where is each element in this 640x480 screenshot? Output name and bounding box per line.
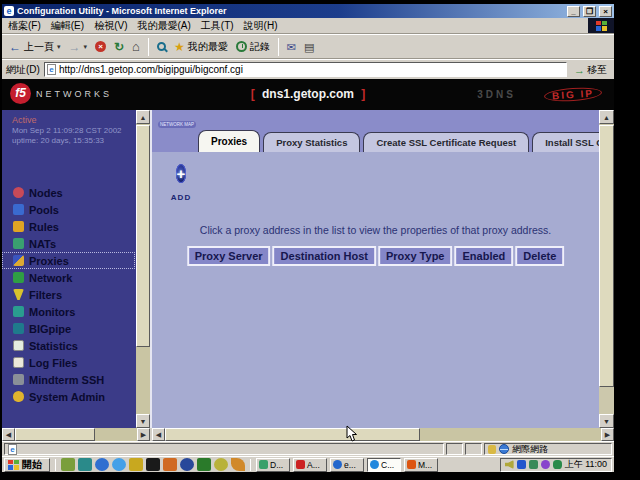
quick-launch-icon-2[interactable] xyxy=(78,458,92,471)
sidebar-item-system-admin[interactable]: System Admin xyxy=(2,388,135,405)
tab-install-ssl-certificate[interactable]: Install SSL Certifi xyxy=(532,132,599,152)
pools-icon xyxy=(13,204,24,215)
network-map-button[interactable]: NETWORK MAP xyxy=(158,112,196,130)
sidebar-horizontal-scrollbar[interactable]: ◀ ▶ xyxy=(2,428,150,441)
forward-dropdown-icon[interactable]: ▾ xyxy=(84,43,88,51)
sidebar-item-rules[interactable]: Rules xyxy=(2,218,135,235)
sidebar-item-nats[interactable]: NATs xyxy=(2,235,135,252)
tab-create-ssl-certificate-request[interactable]: Create SSL Certificate Request xyxy=(363,132,529,152)
display-icon[interactable] xyxy=(529,460,538,469)
scroll-down-icon[interactable]: ▼ xyxy=(136,414,150,428)
sidebar-item-mindterm-ssh[interactable]: Mindterm SSH xyxy=(2,371,135,388)
tray-app-icon-2[interactable] xyxy=(553,460,562,469)
task-button-1[interactable]: D... xyxy=(256,458,290,472)
quick-launch-icon-8[interactable] xyxy=(180,458,194,471)
search-button[interactable] xyxy=(154,41,169,52)
add-icon[interactable]: + xyxy=(176,164,187,183)
quick-launch-icon-4[interactable] xyxy=(112,458,126,471)
mail-button[interactable]: ✉ xyxy=(284,40,299,54)
menu-file[interactable]: 檔案(F) xyxy=(8,19,41,33)
sidebar-vertical-scrollbar[interactable]: ▲ ▼ xyxy=(136,110,150,428)
quick-launch-icon-11[interactable] xyxy=(231,458,245,471)
quick-launch-icon-9[interactable] xyxy=(197,458,211,471)
home-icon: ⌂ xyxy=(132,41,140,53)
scrollbar-thumb[interactable] xyxy=(165,428,420,441)
refresh-icon: ↻ xyxy=(114,41,124,53)
main-horizontal-scrollbar[interactable]: ◀ ▶ xyxy=(152,428,614,441)
close-button[interactable]: × xyxy=(599,6,612,17)
forward-button[interactable]: → ▾ xyxy=(66,40,91,54)
sidebar-item-filters[interactable]: Filters xyxy=(2,286,135,303)
document-icon: e xyxy=(8,444,17,455)
product-bigip[interactable]: BIG IP xyxy=(544,86,603,103)
tab-proxies[interactable]: Proxies xyxy=(198,130,260,152)
quick-launch-icon-1[interactable] xyxy=(61,458,75,471)
sidebar-item-monitors[interactable]: Monitors xyxy=(2,303,135,320)
quick-launch-icon-3[interactable] xyxy=(95,458,109,471)
url-input[interactable] xyxy=(59,64,564,75)
task-button-3[interactable]: e... xyxy=(330,458,364,472)
favorites-button[interactable]: ★ 我的最愛 xyxy=(171,39,231,55)
window-titlebar[interactable]: e Configuration Utility - Microsoft Inte… xyxy=(2,4,614,18)
menu-help[interactable]: 說明(H) xyxy=(244,19,278,33)
scroll-left-icon[interactable]: ◀ xyxy=(152,428,165,441)
scroll-right-icon[interactable]: ▶ xyxy=(601,428,614,441)
scrollbar-thumb[interactable] xyxy=(599,125,614,387)
input-method-icon[interactable] xyxy=(517,460,526,469)
scroll-down-icon[interactable]: ▼ xyxy=(599,414,614,428)
status-zone-pane: 網際網路 xyxy=(484,443,612,455)
scroll-up-icon[interactable]: ▲ xyxy=(136,110,150,124)
f5-header: f5 NETWORKS [ dns1.getop.com ] 3DNS BIG … xyxy=(2,79,614,110)
home-button[interactable]: ⌂ xyxy=(129,40,143,54)
sidebar-item-nodes[interactable]: Nodes xyxy=(2,184,135,201)
sidebar-item-network[interactable]: Network xyxy=(2,269,135,286)
column-delete: Delete xyxy=(515,246,564,266)
maximize-button[interactable]: ❐ xyxy=(583,6,596,17)
scrollbar-thumb[interactable] xyxy=(136,125,150,347)
refresh-button[interactable]: ↻ xyxy=(111,40,127,54)
sidebar-item-proxies[interactable]: Proxies xyxy=(2,252,135,269)
tab-proxy-statistics[interactable]: Proxy Statistics xyxy=(263,132,360,152)
back-dropdown-icon[interactable]: ▾ xyxy=(57,43,61,51)
address-field[interactable]: e xyxy=(44,62,567,77)
app-icon xyxy=(407,460,416,469)
menu-edit[interactable]: 編輯(E) xyxy=(51,19,84,33)
task-button-2[interactable]: A... xyxy=(293,458,327,472)
menu-tools[interactable]: 工具(T) xyxy=(201,19,234,33)
minimize-button[interactable]: _ xyxy=(567,6,580,17)
scroll-left-icon[interactable]: ◀ xyxy=(2,428,15,441)
tray-app-icon[interactable] xyxy=(541,460,550,469)
toolbar-separator xyxy=(278,38,279,56)
main-frame: NETWORK MAP Proxies Proxy Statistics Cre… xyxy=(150,110,614,428)
product-3dns[interactable]: 3DNS xyxy=(477,89,516,100)
start-button[interactable]: 開始 xyxy=(4,458,50,472)
menu-view[interactable]: 檢視(V) xyxy=(94,19,127,33)
taskbar-separator xyxy=(55,459,56,471)
menu-favorites[interactable]: 我的最愛(A) xyxy=(137,19,190,33)
quick-launch-icon-7[interactable] xyxy=(163,458,177,471)
back-button[interactable]: ← 上一頁 ▾ xyxy=(6,39,64,55)
scrollbar-thumb[interactable] xyxy=(15,428,95,441)
sidebar-item-bigpipe[interactable]: BIGpipe xyxy=(2,320,135,337)
sidebar-item-logfiles[interactable]: Log Files xyxy=(2,354,135,371)
quick-launch-icon-10[interactable] xyxy=(214,458,228,471)
quick-launch-icon-5[interactable] xyxy=(129,458,143,471)
quick-launch-icon-6[interactable] xyxy=(146,458,160,471)
scroll-right-icon[interactable]: ▶ xyxy=(137,428,150,441)
zone-label: 網際網路 xyxy=(512,443,548,456)
print-button[interactable]: ▤ xyxy=(301,40,317,54)
task-button-4-active[interactable]: C... xyxy=(367,458,401,472)
task-button-5[interactable]: M... xyxy=(404,458,438,472)
column-destination-host: Destination Host xyxy=(273,246,376,266)
internet-zone-icon xyxy=(499,444,509,454)
ie-window-icon: e xyxy=(4,6,14,16)
stop-button[interactable]: × xyxy=(92,40,109,53)
history-button[interactable]: 記錄 xyxy=(233,39,273,55)
sidebar-item-pools[interactable]: Pools xyxy=(2,201,135,218)
sidebar-item-statistics[interactable]: Statistics xyxy=(2,337,135,354)
add-proxy-button[interactable]: + ADD xyxy=(166,162,196,204)
volume-icon[interactable] xyxy=(505,460,514,469)
scroll-up-icon[interactable]: ▲ xyxy=(599,110,614,124)
go-button[interactable]: → 移至 xyxy=(571,62,610,78)
main-vertical-scrollbar[interactable]: ▲ ▼ xyxy=(599,110,614,428)
